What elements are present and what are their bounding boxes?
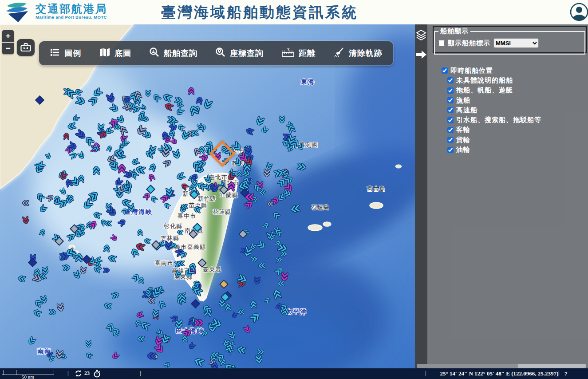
ship-marker[interactable] xyxy=(62,264,71,273)
ship-marker[interactable] xyxy=(182,336,190,343)
ship-marker[interactable] xyxy=(135,309,144,319)
ship-label-type-select[interactable]: MMSI xyxy=(493,38,539,48)
layer-row-1[interactable]: 未具體說明的船舶 xyxy=(447,75,541,85)
ship-marker[interactable] xyxy=(20,216,29,225)
show-ship-label-checkbox[interactable] xyxy=(438,40,445,46)
ship-marker[interactable] xyxy=(237,344,247,354)
ship-marker[interactable] xyxy=(226,330,237,340)
ship-marker[interactable] xyxy=(260,188,266,196)
ship-marker[interactable] xyxy=(143,90,152,97)
ship-marker[interactable] xyxy=(114,147,123,157)
ship-marker[interactable] xyxy=(290,203,300,213)
ship-marker[interactable] xyxy=(245,126,255,136)
ship-marker[interactable] xyxy=(277,279,285,288)
ship-marker[interactable] xyxy=(252,277,260,285)
ship-marker[interactable] xyxy=(74,96,85,107)
ship-marker[interactable] xyxy=(103,300,113,309)
ship-marker[interactable] xyxy=(157,299,168,309)
ship-marker[interactable] xyxy=(188,87,196,95)
layer-row-3[interactable]: 漁船 xyxy=(447,95,541,105)
ship-marker[interactable] xyxy=(167,116,176,125)
ship-marker[interactable] xyxy=(261,221,271,230)
ship-marker[interactable] xyxy=(152,92,163,103)
ship-marker[interactable] xyxy=(22,198,29,206)
ship-marker[interactable] xyxy=(111,291,121,300)
anchored-ship-marker-navy[interactable] xyxy=(191,299,200,308)
ship-marker[interactable] xyxy=(258,261,265,269)
toolbar-item-basemap[interactable]: 底圖 xyxy=(99,47,131,59)
ship-marker[interactable] xyxy=(48,309,56,317)
toolbar-item-distance[interactable]: ?距離 xyxy=(281,47,316,59)
ship-marker[interactable] xyxy=(186,341,197,351)
layer-checkbox[interactable] xyxy=(442,67,448,74)
ship-marker[interactable] xyxy=(193,355,205,367)
zoom-out-button[interactable]: − xyxy=(2,43,14,54)
map-canvas[interactable]: 東海太平洋巴士海峽南海臺灣海峽釣魚臺列嶼宮古島石垣島彭佳嶼瓶嶼臺北市新北市新竹市… xyxy=(0,24,415,368)
ship-marker[interactable] xyxy=(78,175,87,183)
ship-marker[interactable] xyxy=(117,218,128,229)
collapse-panel-arrow-icon[interactable] xyxy=(415,49,427,60)
ship-marker[interactable] xyxy=(78,266,87,275)
ship-marker[interactable] xyxy=(160,147,170,158)
ship-marker[interactable] xyxy=(162,158,173,169)
ship-marker[interactable] xyxy=(85,350,95,360)
ship-marker[interactable] xyxy=(32,307,43,317)
ship-marker[interactable] xyxy=(277,116,285,123)
ship-marker[interactable] xyxy=(249,300,259,309)
ship-marker[interactable] xyxy=(178,259,185,267)
layer-checkbox[interactable] xyxy=(447,107,454,113)
ship-marker[interactable] xyxy=(137,276,146,284)
ship-marker[interactable] xyxy=(108,103,119,114)
ship-marker[interactable] xyxy=(227,182,238,192)
layer-row-0[interactable]: 即時船舶位置 xyxy=(442,66,541,75)
ship-marker[interactable] xyxy=(147,172,157,182)
toolbar-item-ship-search[interactable]: 船舶查詢 xyxy=(149,47,197,59)
ship-marker[interactable] xyxy=(135,163,146,174)
layers-icon[interactable] xyxy=(415,29,427,44)
ship-marker[interactable] xyxy=(175,170,186,181)
anchored-ship-marker-tan[interactable] xyxy=(219,280,229,289)
ship-marker[interactable] xyxy=(241,324,252,335)
ship-marker[interactable] xyxy=(37,203,48,214)
toolbar-item-coord-search[interactable]: 座標查詢 xyxy=(215,47,264,59)
ship-marker[interactable] xyxy=(281,307,291,316)
layer-checkbox[interactable] xyxy=(447,97,454,103)
ship-marker[interactable] xyxy=(138,334,146,342)
layer-checkbox[interactable] xyxy=(447,147,454,153)
ship-marker[interactable] xyxy=(109,233,119,243)
ship-marker[interactable] xyxy=(249,312,263,325)
anchored-ship-marker-navy[interactable] xyxy=(35,95,44,105)
ship-marker[interactable] xyxy=(114,123,121,132)
ship-marker[interactable] xyxy=(108,253,118,262)
ship-marker[interactable] xyxy=(194,319,204,328)
ship-marker[interactable] xyxy=(150,309,159,318)
ship-marker[interactable] xyxy=(210,362,220,368)
ship-marker[interactable] xyxy=(93,166,102,175)
ship-marker[interactable] xyxy=(105,219,112,227)
ship-marker[interactable] xyxy=(250,255,258,264)
layer-row-6[interactable]: 客輪 xyxy=(447,125,541,135)
ship-marker[interactable] xyxy=(35,190,47,202)
ship-marker[interactable] xyxy=(103,267,110,275)
ship-marker[interactable] xyxy=(38,228,48,237)
ship-marker[interactable] xyxy=(103,245,112,253)
toolbar-item-clear-tracks[interactable]: 清除軌跡 xyxy=(333,47,383,59)
ship-marker[interactable] xyxy=(162,360,172,368)
layer-row-5[interactable]: 引水船、搜索船、拖駁船等 xyxy=(447,115,541,125)
ship-marker[interactable] xyxy=(256,241,267,252)
ship-marker[interactable] xyxy=(174,97,183,106)
toolbox-button[interactable] xyxy=(17,39,35,56)
panel-scrollbar-thumb[interactable] xyxy=(417,364,518,368)
ship-marker[interactable] xyxy=(224,303,233,312)
timer-icon[interactable] xyxy=(93,370,101,378)
ship-marker[interactable] xyxy=(92,209,103,220)
ship-marker[interactable] xyxy=(126,203,135,213)
ship-marker[interactable] xyxy=(55,303,64,312)
layer-checkbox[interactable] xyxy=(447,117,454,123)
ship-marker[interactable] xyxy=(176,227,184,237)
layer-checkbox[interactable] xyxy=(447,137,454,143)
ship-marker[interactable] xyxy=(25,335,36,346)
layer-row-4[interactable]: 高速船 xyxy=(447,105,541,115)
ship-marker[interactable] xyxy=(173,269,182,278)
ship-marker[interactable] xyxy=(147,350,156,359)
